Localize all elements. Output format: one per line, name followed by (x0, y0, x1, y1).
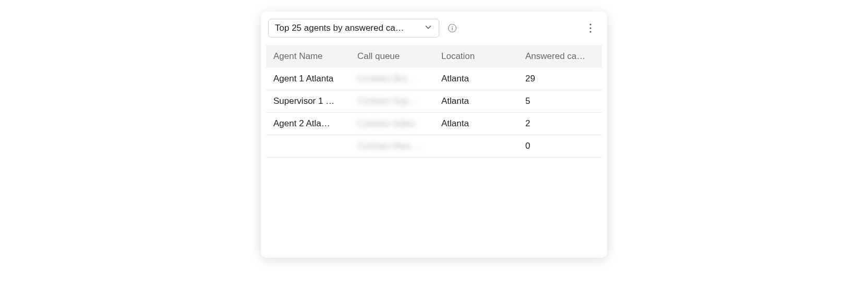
table-row: Agent 2 Atla… Contoso Sales Atlanta 2 (266, 113, 602, 135)
metric-dropdown[interactable]: Top 25 agents by answered ca… (268, 19, 439, 38)
card-toolbar: Top 25 agents by answered ca… (266, 19, 602, 45)
cell-call-queue: Contoso Sales (350, 113, 434, 135)
cell-agent-name: Agent 2 Atla… (266, 113, 350, 135)
chevron-down-icon (424, 23, 432, 33)
svg-point-1 (452, 26, 453, 27)
cell-location: Atlanta (434, 68, 518, 90)
svg-point-3 (589, 23, 591, 25)
cell-location: Atlanta (434, 90, 518, 113)
cell-call-queue: Contoso Sup… (350, 90, 434, 113)
cell-location (434, 135, 518, 158)
overflow-menu-icon[interactable] (584, 22, 597, 34)
svg-point-4 (589, 27, 591, 29)
cell-answered-calls: 29 (518, 68, 602, 90)
cell-agent-name: Supervisor 1 … (266, 90, 350, 113)
cell-answered-calls: 0 (518, 135, 602, 158)
cell-answered-calls: 2 (518, 113, 602, 135)
cell-answered-calls: 5 (518, 90, 602, 113)
agents-card: Top 25 agents by answered ca… (261, 11, 607, 258)
col-agent-name[interactable]: Agent Name (266, 45, 350, 68)
agents-table: Agent Name Call queue Location Answered … (266, 45, 602, 158)
col-call-queue[interactable]: Call queue (350, 45, 434, 68)
svg-point-5 (589, 31, 591, 32)
info-icon[interactable] (448, 23, 457, 33)
cell-agent-name: Agent 1 Atlanta (266, 68, 350, 90)
table-row: Contoso New … 0 (266, 135, 602, 158)
cell-call-queue: Contoso New … (350, 135, 434, 158)
table-row: Supervisor 1 … Contoso Sup… Atlanta 5 (266, 90, 602, 113)
col-location[interactable]: Location (434, 45, 518, 68)
cell-call-queue: Contoso Bra… (350, 68, 434, 90)
svg-rect-2 (452, 28, 453, 30)
dropdown-label: Top 25 agents by answered ca… (275, 23, 404, 33)
table-header-row: Agent Name Call queue Location Answered … (266, 45, 602, 68)
cell-location: Atlanta (434, 113, 518, 135)
cell-agent-name (266, 135, 350, 158)
col-answered-calls[interactable]: Answered ca… (518, 45, 602, 68)
table-row: Agent 1 Atlanta Contoso Bra… Atlanta 29 (266, 68, 602, 90)
